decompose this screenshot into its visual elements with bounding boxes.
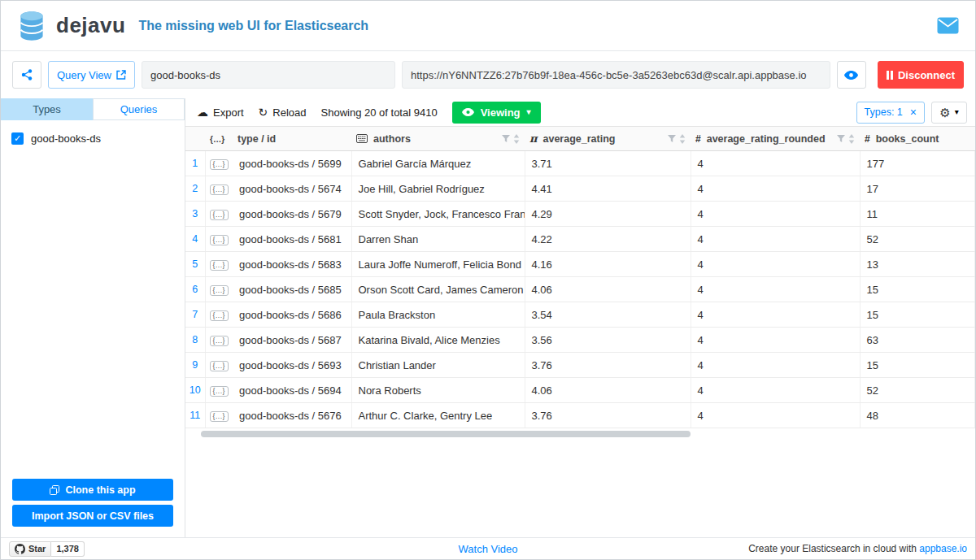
row-number[interactable]: 4 [185,227,205,252]
cell-authors[interactable]: Katarina Bivald, Alice Menzies [351,328,525,353]
column-header-average-rating[interactable]: π average_rating [525,127,691,151]
cell-authors[interactable]: Arthur C. Clarke, Gentry Lee [351,403,525,428]
scrollbar-thumb[interactable] [201,431,691,437]
cell-average-rating-rounded[interactable]: 4 [691,302,860,328]
tab-types[interactable]: Types [1,98,93,120]
cell-books-count[interactable]: 13 [860,252,975,277]
cell-authors[interactable]: Scott Snyder, Jock, Francesco Francav... [351,202,525,227]
cell-average-rating[interactable]: 4.29 [525,202,691,227]
cell-authors[interactable]: Joe Hill, Gabriel Rodríguez [351,176,525,202]
filter-icon[interactable] [837,135,845,143]
toggle-url-visibility-button[interactable] [837,61,866,89]
row-number[interactable]: 9 [185,353,205,378]
cell-average-rating[interactable]: 4.16 [525,252,691,277]
cell-type-id[interactable]: good-books-ds / 5693 [233,353,351,378]
column-header-type-id[interactable]: type / id [233,127,351,151]
expand-json-button[interactable]: {...} [210,285,229,297]
row-number[interactable]: 6 [185,277,205,302]
cell-average-rating-rounded[interactable]: 4 [691,378,860,403]
cell-average-rating[interactable]: 3.76 [525,403,691,428]
cell-average-rating-rounded[interactable]: 4 [691,403,860,428]
cell-average-rating-rounded[interactable]: 4 [691,252,860,277]
column-header-authors[interactable]: authors [351,127,525,151]
row-number[interactable]: 11 [185,403,205,428]
app-name-input[interactable] [142,61,395,89]
cell-type-id[interactable]: good-books-ds / 5683 [233,252,351,277]
cell-books-count[interactable]: 52 [860,227,975,252]
cell-average-rating-rounded[interactable]: 4 [691,277,860,302]
cell-books-count[interactable]: 48 [860,403,975,428]
cell-average-rating[interactable]: 3.71 [525,151,691,176]
viewing-mode-dropdown[interactable]: Viewing ▾ [452,102,541,124]
cell-average-rating[interactable]: 4.06 [525,277,691,302]
cell-average-rating[interactable]: 3.54 [525,302,691,328]
filter-icon[interactable] [668,135,676,143]
cell-type-id[interactable]: good-books-ds / 5699 [233,151,351,176]
cell-type-id[interactable]: good-books-ds / 5685 [233,277,351,302]
column-header-books-count[interactable]: # books_count [860,127,975,151]
feedback-mail-button[interactable] [937,17,959,34]
disconnect-button[interactable]: Disconnect [878,61,964,89]
cell-type-id[interactable]: good-books-ds / 5676 [233,403,351,428]
expand-json-button[interactable]: {...} [210,210,229,221]
cell-type-id[interactable]: good-books-ds / 5694 [233,378,351,403]
cell-books-count[interactable]: 15 [860,302,975,328]
cell-books-count[interactable]: 63 [860,328,975,353]
cell-type-id[interactable]: good-books-ds / 5674 [233,176,351,202]
cell-authors[interactable]: Gabriel García Márquez [351,151,525,176]
cell-books-count[interactable]: 11 [860,202,975,227]
types-filter-chip[interactable]: Types: 1 × [856,102,925,124]
expand-json-button[interactable]: {...} [210,361,229,372]
cell-books-count[interactable]: 15 [860,353,975,378]
tab-queries[interactable]: Queries [93,98,185,120]
cell-average-rating[interactable]: 4.41 [525,176,691,202]
row-number[interactable]: 5 [185,252,205,277]
cell-average-rating-rounded[interactable]: 4 [691,202,860,227]
cell-average-rating[interactable]: 3.76 [525,353,691,378]
cell-average-rating[interactable]: 3.56 [525,328,691,353]
expand-json-button[interactable]: {...} [210,159,229,171]
import-files-button[interactable]: Import JSON or CSV files [12,505,173,527]
query-view-button[interactable]: Query View [48,61,135,89]
type-checkbox[interactable]: ✓ [11,132,24,145]
cell-average-rating-rounded[interactable]: 4 [691,176,860,202]
filter-icon[interactable] [502,135,510,143]
expand-json-button[interactable]: {...} [210,184,229,196]
expand-json-button[interactable]: {...} [210,386,229,397]
row-number[interactable]: 2 [185,176,205,202]
cell-average-rating-rounded[interactable]: 4 [691,151,860,176]
sort-icon[interactable] [679,134,686,144]
cell-authors[interactable]: Orson Scott Card, James Cameron [351,277,525,302]
horizontal-scrollbar[interactable] [185,430,975,438]
cell-type-id[interactable]: good-books-ds / 5681 [233,227,351,252]
row-number[interactable]: 1 [185,151,205,176]
watch-video-link[interactable]: Watch Video [459,543,518,555]
cell-average-rating-rounded[interactable]: 4 [691,328,860,353]
star-count[interactable]: 1,378 [51,541,85,557]
cell-type-id[interactable]: good-books-ds / 5679 [233,202,351,227]
row-number[interactable]: 10 [185,378,205,403]
expand-json-button[interactable]: {...} [210,310,229,322]
reload-button[interactable]: ↻ Reload [259,106,307,119]
cell-books-count[interactable]: 17 [860,176,975,202]
github-star-widget[interactable]: Star 1,378 [9,541,85,557]
cell-authors[interactable]: Paula Brackston [351,302,525,328]
type-list-item[interactable]: ✓ good-books-ds [1,120,185,157]
clone-app-button[interactable]: Clone this app [12,479,173,501]
cell-average-rating-rounded[interactable]: 4 [691,227,860,252]
cell-authors[interactable]: Darren Shan [351,227,525,252]
cell-books-count[interactable]: 52 [860,378,975,403]
cell-authors[interactable]: Christian Lander [351,353,525,378]
expand-json-button[interactable]: {...} [210,336,229,347]
cell-books-count[interactable]: 177 [860,151,975,176]
cell-authors[interactable]: Nora Roberts [351,378,525,403]
connection-url-input[interactable] [402,61,830,89]
sort-icon[interactable] [513,134,520,144]
sort-icon[interactable] [848,134,855,144]
share-button[interactable] [12,61,41,89]
cell-books-count[interactable]: 15 [860,277,975,302]
github-star-button[interactable]: Star [9,541,51,557]
close-icon[interactable]: × [910,106,917,118]
expand-json-button[interactable]: {...} [210,411,229,423]
export-button[interactable]: ☁ Export [197,106,244,119]
